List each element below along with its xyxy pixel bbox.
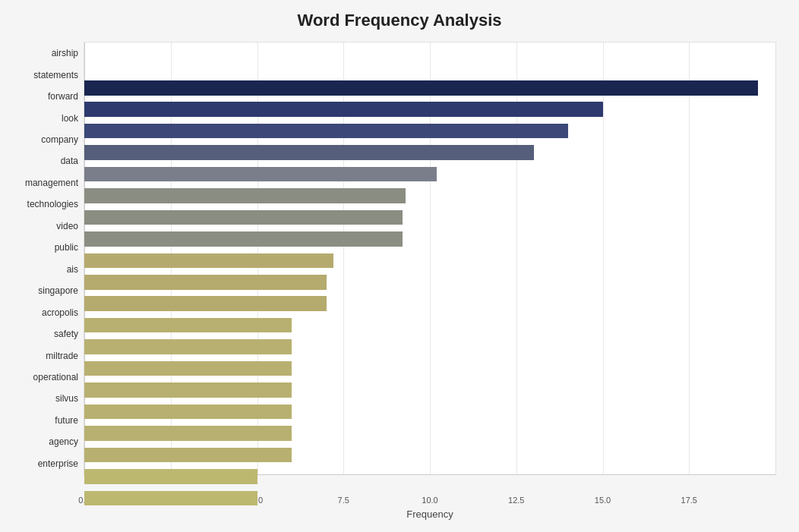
bar-row: silvus bbox=[84, 389, 775, 408]
bar-label: agency bbox=[0, 436, 78, 447]
bar-label: statements bbox=[0, 70, 78, 80]
bar-row: acropolis bbox=[84, 303, 775, 321]
chart-title: Word Frequency Analysis bbox=[0, 11, 799, 30]
bar-row: singapore bbox=[84, 282, 775, 300]
x-tick-label: 7.5 bbox=[338, 496, 349, 505]
bar-row: video bbox=[84, 217, 775, 235]
bar-label: technologies bbox=[0, 199, 78, 209]
bar-label: acropolis bbox=[0, 307, 78, 318]
bar-label: company bbox=[0, 134, 78, 145]
bar-row: operational bbox=[84, 368, 775, 386]
bars-container: 0.02.55.07.510.012.515.017.5airshipstate… bbox=[84, 42, 775, 474]
bar-row: statements bbox=[84, 65, 775, 83]
bar-label: data bbox=[0, 156, 78, 166]
bar-row: public bbox=[84, 238, 775, 257]
bar-row: data bbox=[84, 152, 775, 170]
x-tick-label: 15.0 bbox=[595, 496, 611, 505]
bar-label: safety bbox=[0, 329, 78, 339]
bar-row: safety bbox=[84, 325, 775, 343]
bar-row: future bbox=[84, 411, 775, 430]
bar-row: technologies bbox=[84, 195, 775, 213]
bar-label: airship bbox=[0, 48, 78, 58]
bar-row: enterprise bbox=[84, 455, 775, 473]
bar-label: forward bbox=[0, 91, 78, 102]
bar-row: airship bbox=[84, 44, 775, 62]
grid-line bbox=[603, 42, 604, 474]
bar-row: forward bbox=[84, 87, 775, 105]
bar-label: video bbox=[0, 221, 78, 231]
bar-label: enterprise bbox=[0, 458, 78, 469]
bar-row: look bbox=[84, 109, 775, 127]
bar-row: agency bbox=[84, 433, 775, 451]
chart-container: Word Frequency Analysis 0.02.55.07.510.0… bbox=[0, 0, 799, 532]
grid-line bbox=[689, 42, 690, 474]
bar-row: ais bbox=[84, 260, 775, 279]
bar-label: operational bbox=[0, 372, 78, 382]
x-axis-label: Frequency bbox=[84, 508, 775, 520]
bar-label: management bbox=[0, 178, 78, 188]
chart-area: 0.02.55.07.510.012.515.017.5airshipstate… bbox=[84, 42, 776, 475]
x-tick-label: 10.0 bbox=[422, 496, 437, 505]
bar-label: future bbox=[0, 415, 78, 426]
bar-label: silvus bbox=[0, 393, 78, 404]
bar-row: company bbox=[84, 131, 775, 149]
bar-fill bbox=[84, 491, 257, 506]
bar-label: public bbox=[0, 242, 78, 253]
bar-label: singapore bbox=[0, 285, 78, 296]
x-tick-label: 17.5 bbox=[681, 496, 697, 505]
bar-label: miltrade bbox=[0, 351, 78, 361]
x-tick-label: 12.5 bbox=[508, 496, 524, 505]
bar-row: management bbox=[84, 174, 775, 192]
bar-row: miltrade bbox=[84, 346, 775, 364]
bar-label: ais bbox=[0, 264, 78, 275]
bar-label: look bbox=[0, 113, 78, 124]
